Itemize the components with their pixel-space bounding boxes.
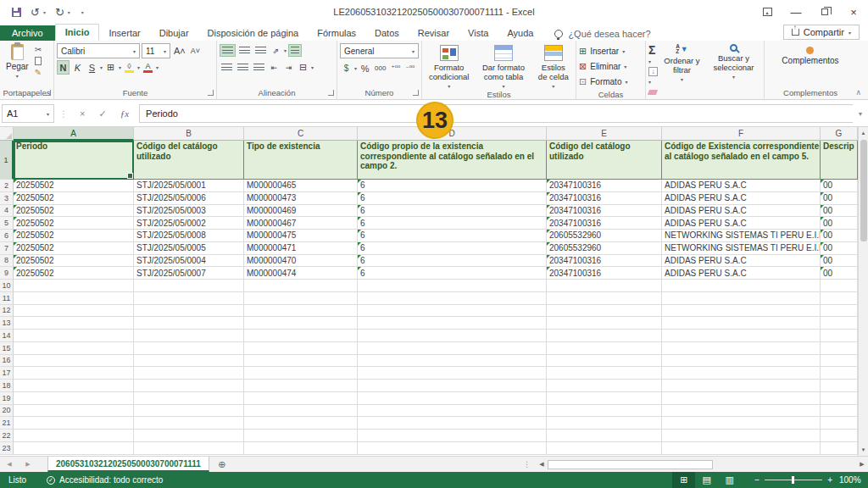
cell-F11[interactable] bbox=[662, 292, 821, 305]
cell-B3[interactable]: STJ/2025/05/0006 bbox=[134, 192, 244, 205]
cell-C18[interactable] bbox=[244, 380, 358, 392]
page-break-view-button[interactable]: ▥ bbox=[718, 472, 741, 488]
cell-G8[interactable]: 00 bbox=[821, 255, 858, 268]
page-layout-view-button[interactable]: ▤ bbox=[695, 472, 718, 488]
column-header-B[interactable]: B bbox=[134, 127, 244, 141]
cell-C3[interactable]: M000000473 bbox=[244, 192, 358, 205]
cell-F12[interactable] bbox=[662, 305, 821, 318]
middle-align-button[interactable] bbox=[237, 45, 252, 56]
row-header-9[interactable]: 9 bbox=[0, 267, 14, 280]
cell-D8[interactable]: 6 bbox=[358, 255, 547, 268]
underline-button[interactable]: S bbox=[86, 60, 98, 75]
ribbon-tab-datos[interactable]: Datos bbox=[365, 25, 409, 41]
row-header-7[interactable]: 7 bbox=[0, 242, 14, 255]
cell-C6[interactable]: M000000475 bbox=[244, 230, 358, 242]
borders-caret-icon[interactable]: ▾ bbox=[119, 64, 121, 70]
percent-button[interactable]: % bbox=[359, 61, 371, 75]
zoom-out-icon[interactable]: − bbox=[754, 475, 760, 485]
cell-D4[interactable]: 6 bbox=[358, 205, 547, 218]
row-header-13[interactable]: 13 bbox=[0, 317, 14, 330]
cell-B7[interactable]: STJ/2025/05/0005 bbox=[134, 242, 244, 255]
cell-F3[interactable]: ADIDAS PERU S.A.C bbox=[662, 192, 821, 205]
cell-B14[interactable] bbox=[134, 330, 244, 342]
row-header-5[interactable]: 5 bbox=[0, 217, 14, 230]
row-header-22[interactable]: 22 bbox=[0, 430, 14, 442]
cell-F7[interactable]: NETWORKING SISTEMAS TI PERU E.I.R.L. bbox=[662, 242, 821, 255]
cell-A22[interactable] bbox=[14, 430, 134, 442]
cell-F8[interactable]: ADIDAS PERU S.A.C bbox=[662, 255, 821, 268]
row-header-18[interactable]: 18 bbox=[0, 380, 14, 392]
cell-E13[interactable] bbox=[547, 317, 662, 330]
alignment-dialog-launcher-icon[interactable] bbox=[328, 90, 334, 96]
cell-F9[interactable]: ADIDAS PERU S.A.C bbox=[662, 267, 821, 280]
cut-button[interactable]: ✂ bbox=[35, 45, 42, 54]
cell-A11[interactable] bbox=[14, 292, 134, 305]
cell-C17[interactable] bbox=[244, 367, 358, 380]
ribbon-tab-dibujar[interactable]: Dibujar bbox=[150, 25, 198, 41]
next-sheet-icon[interactable]: ▶ bbox=[19, 457, 37, 472]
cell-styles-button[interactable]: Estilos de celda ▾ bbox=[534, 44, 573, 90]
row-header-8[interactable]: 8 bbox=[0, 255, 14, 268]
vertical-scrollbar[interactable]: ▲ ▼ bbox=[858, 127, 868, 456]
conditional-formatting-button[interactable]: Formato condicional ▾ bbox=[425, 44, 473, 90]
accessibility-status[interactable]: ✓ Accesibilidad: todo correcto bbox=[47, 475, 163, 485]
align-right-button[interactable] bbox=[252, 62, 266, 73]
cell-E6[interactable]: 20605532960 bbox=[547, 230, 662, 242]
cell-B1[interactable]: Código del catálogo utilizado bbox=[134, 141, 244, 180]
cell-F1[interactable]: Código de Existencia correspondiente al … bbox=[662, 141, 821, 180]
decrease-indent-button[interactable]: ⇤ bbox=[268, 60, 281, 75]
accounting-format-button[interactable]: $ bbox=[340, 61, 353, 75]
cell-E23[interactable] bbox=[547, 442, 662, 455]
cell-A1[interactable]: Periodo bbox=[14, 141, 134, 180]
cell-F2[interactable]: ADIDAS PERU S.A.C bbox=[662, 180, 821, 192]
merge-center-button[interactable]: ⊟ bbox=[297, 60, 309, 75]
cell-F21[interactable] bbox=[662, 417, 821, 430]
underline-caret-icon[interactable]: ▾ bbox=[100, 64, 103, 70]
cell-D1[interactable]: Código propio de la existencia correspon… bbox=[358, 141, 547, 180]
horizontal-scrollbar[interactable]: ◀ ▶ bbox=[536, 457, 868, 472]
cell-A23[interactable] bbox=[14, 442, 134, 455]
sheet-tab-active[interactable]: 2060531032120250500030700071111 bbox=[47, 457, 209, 472]
cell-A18[interactable] bbox=[14, 380, 134, 392]
cell-E21[interactable] bbox=[547, 417, 662, 430]
vertical-scroll-thumb[interactable] bbox=[860, 140, 867, 241]
increase-font-button[interactable]: A˄ bbox=[172, 44, 187, 58]
cell-F22[interactable] bbox=[662, 430, 821, 442]
fill-color-caret-icon[interactable]: ▾ bbox=[137, 64, 140, 70]
cell-A4[interactable]: 20250502 bbox=[14, 205, 134, 218]
row-header-10[interactable]: 10 bbox=[0, 280, 14, 292]
cell-E19[interactable] bbox=[547, 392, 662, 405]
row-header-1[interactable]: 1 bbox=[0, 141, 14, 180]
cell-F5[interactable]: ADIDAS PERU S.A.C bbox=[662, 217, 821, 230]
ribbon-tab-archivo[interactable]: Archivo bbox=[0, 25, 55, 41]
autosum-button[interactable]: Σ ▾ bbox=[648, 45, 658, 65]
cell-D20[interactable] bbox=[358, 405, 547, 418]
cell-D7[interactable]: 6 bbox=[358, 242, 547, 255]
wrap-text-button[interactable] bbox=[288, 44, 302, 57]
cell-A21[interactable] bbox=[14, 417, 134, 430]
cell-D13[interactable] bbox=[358, 317, 547, 330]
cell-C21[interactable] bbox=[244, 417, 358, 430]
font-color-caret-icon[interactable]: ▾ bbox=[156, 64, 159, 70]
cell-B5[interactable]: STJ/2025/05/0002 bbox=[134, 217, 244, 230]
cell-C7[interactable]: M000000471 bbox=[244, 242, 358, 255]
cell-E9[interactable]: 20347100316 bbox=[547, 267, 662, 280]
cell-G18[interactable] bbox=[821, 380, 858, 392]
cell-C5[interactable]: M000000467 bbox=[244, 217, 358, 230]
cell-D6[interactable]: 6 bbox=[358, 230, 547, 242]
italic-button[interactable]: K bbox=[71, 60, 84, 75]
cell-A17[interactable] bbox=[14, 367, 134, 380]
font-size-select[interactable]: 11▾ bbox=[142, 43, 170, 58]
increase-decimal-button[interactable]: ⁺⁰⁰ bbox=[389, 61, 402, 75]
collapse-ribbon-icon[interactable]: ∧ bbox=[855, 88, 861, 97]
undo-dropdown-icon[interactable]: ▾ bbox=[43, 9, 46, 15]
customize-qat-icon[interactable]: ▾ bbox=[81, 9, 84, 15]
share-button[interactable]: Compartir ▾ bbox=[783, 25, 860, 40]
cell-D16[interactable] bbox=[358, 355, 547, 368]
ribbon-tab-inicio[interactable]: Inicio bbox=[55, 24, 100, 41]
expand-formula-bar-icon[interactable]: ▾ bbox=[853, 110, 868, 118]
cell-A13[interactable] bbox=[14, 317, 134, 330]
cell-B8[interactable]: STJ/2025/05/0004 bbox=[134, 255, 244, 268]
cell-D15[interactable] bbox=[358, 342, 547, 355]
insert-function-icon[interactable]: ƒx bbox=[114, 108, 136, 119]
